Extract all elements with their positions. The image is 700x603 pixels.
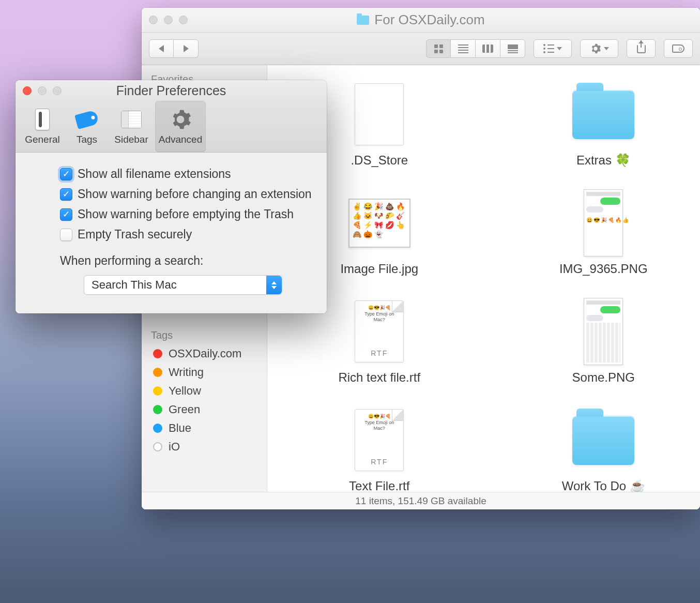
sidebar-tag-label: OSXDaily.com [169,347,241,360]
edit-tags-button[interactable] [664,39,693,58]
file-item[interactable]: 😀😎🎉🍕Type Emoji on Mac?RTFRich text file.… [298,298,461,406]
prefs-title: Finder Preferences [16,83,327,98]
search-scope-label: When performing a search: [60,254,313,268]
tab-advanced[interactable]: Advanced [155,101,206,152]
file-label: Some.PNG [572,370,635,385]
chevron-down-icon [557,47,562,50]
content-area[interactable]: .DS_StoreExtras 🍀✌️😂🎉💩🔥👍🐱🐶🌮🎸🍕⚡🎀💋👆🙈🎃👻Imag… [267,65,700,492]
file-label: .DS_Store [351,153,408,168]
folder-icon [572,81,634,148]
file-label: Rich text file.rtf [338,370,420,385]
arrange-group [534,39,572,58]
checkbox-checked-icon[interactable]: ✓ [60,188,72,201]
sidebar-tag-item[interactable]: Writing [142,363,267,382]
sidebar-tag-label: Green [169,403,200,416]
status-text: 11 items, 151.49 GB available [355,495,486,507]
prefs-tabs: General Tags Sidebar Advanced [16,101,327,153]
search-scope-select[interactable]: Search This Mac [84,275,282,295]
file-item[interactable]: 😀😎🎉🍕Type Emoji on Mac?RTFText File.rtf [298,406,461,492]
gear-icon [590,43,601,54]
tag-icon [75,108,98,131]
file-label: Image File.jpg [340,262,418,276]
sidebar-icon [120,108,143,131]
zoom-button[interactable] [53,86,62,95]
traffic-lights [149,16,188,24]
arrange-icon [543,44,554,53]
sidebar-tag-item[interactable]: Blue [142,419,267,438]
image-icon: ✌️😂🎉💩🔥👍🐱🐶🌮🎸🍕⚡🎀💋👆🙈🎃👻 [348,189,410,257]
file-item[interactable]: Extras 🍀 [523,81,685,189]
chevron-left-icon [159,45,164,52]
nav-group [149,39,199,58]
sidebar-tag-label: Yellow [169,384,201,398]
prefs-body: ✓ Show all filename extensions ✓ Show wa… [16,153,327,313]
view-group [426,39,525,58]
checkbox-checked-icon[interactable]: ✓ [60,208,72,221]
tab-tags[interactable]: Tags [66,101,108,152]
close-button[interactable] [23,86,32,95]
option-secure-trash-label: Empty Trash securely [78,228,192,242]
tag-dot-icon [153,424,162,433]
select-stepper-icon [266,276,282,294]
finder-titlebar[interactable]: For OSXDaily.com [142,8,700,33]
tab-advanced-label: Advanced [159,134,203,145]
file-item[interactable]: Some.PNG [523,298,685,406]
view-list-button[interactable] [451,39,476,58]
grid-icon [434,44,443,53]
finder-toolbar [142,33,700,65]
option-secure-trash[interactable]: ✓ Empty Trash securely [60,228,313,242]
arrange-button[interactable] [534,39,572,58]
search-scope-value: Search This Mac [92,278,177,292]
back-button[interactable] [149,39,174,58]
tag-dot-icon [153,442,162,451]
checkbox-checked-icon[interactable]: ✓ [60,168,72,180]
sidebar-tag-item[interactable]: Yellow [142,382,267,400]
close-button[interactable] [149,16,158,24]
tag-dot-icon [153,368,162,377]
minimize-button[interactable] [38,86,47,95]
action-button[interactable] [580,39,618,58]
rtf-icon: 😀😎🎉🍕Type Emoji on Mac?RTF [348,298,410,365]
tag-dot-icon [153,405,162,414]
traffic-lights [23,86,62,95]
option-show-extensions[interactable]: ✓ Show all filename extensions [60,167,313,181]
sidebar-tag-item[interactable]: Green [142,400,267,419]
sidebar-tag-item[interactable]: OSXDaily.com [142,344,267,363]
columns-icon [482,44,493,53]
share-group [627,39,656,58]
status-bar: 11 items, 151.49 GB available [142,492,700,509]
zoom-button[interactable] [179,16,188,24]
share-button[interactable] [627,39,656,58]
tags-group [664,39,693,58]
tab-general-label: General [25,134,60,145]
share-icon [637,44,646,53]
chevron-right-icon [184,45,189,52]
forward-button[interactable] [174,39,199,58]
file-label: Text File.rtf [349,479,409,492]
tab-general[interactable]: General [19,101,66,152]
option-warn-trash[interactable]: ✓ Show warning before emptying the Trash [60,207,313,221]
tab-sidebar[interactable]: Sidebar [108,101,155,152]
option-warn-extension[interactable]: ✓ Show warning before changing an extens… [60,187,313,201]
file-item[interactable]: 😀😎🎉🍕🔥👍IMG_9365.PNG [523,189,685,298]
file-label: Extras 🍀 [576,153,631,168]
prefs-titlebar[interactable]: Finder Preferences [16,80,327,101]
view-icon-button[interactable] [426,39,451,58]
view-column-button[interactable] [476,39,500,58]
view-coverflow-button[interactable] [500,39,525,58]
sidebar-tags-header: Tags [142,326,267,344]
tag-icon [672,44,684,53]
sidebar-tag-label: Blue [169,421,191,435]
tag-dot-icon [153,349,162,358]
minimize-button[interactable] [164,16,173,24]
option-warn-extension-label: Show warning before changing an extensio… [78,187,312,201]
folder-icon [572,406,634,474]
file-label: Work To Do ☕ [562,479,645,492]
checkbox-unchecked-icon[interactable]: ✓ [60,229,72,241]
chevron-down-icon [604,47,609,50]
sidebar-tag-item[interactable]: iO [142,438,267,456]
list-icon [458,44,468,53]
folder-icon [357,16,369,25]
file-item[interactable]: Work To Do ☕ [523,406,685,492]
option-show-extensions-label: Show all filename extensions [78,167,231,181]
